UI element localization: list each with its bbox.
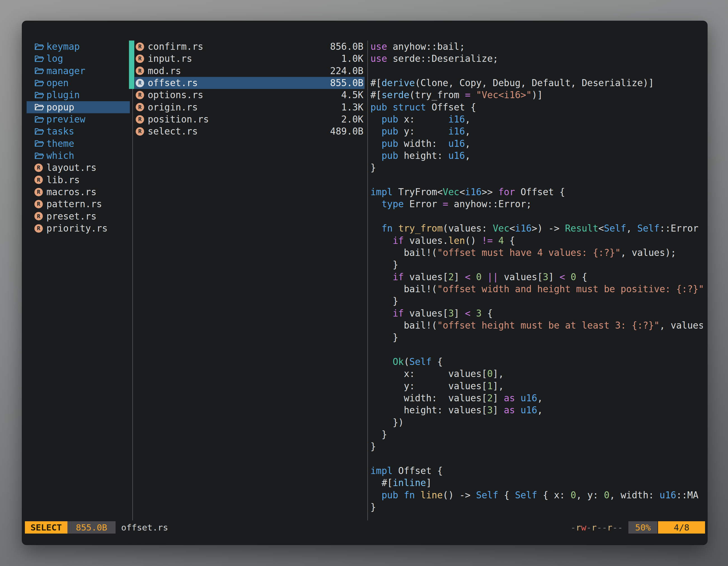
file-row-offset-rs[interactable]: Roffset.rs855.0B [129, 77, 367, 89]
file-row-position-rs[interactable]: Rposition.rs2.0K [129, 113, 367, 125]
file-name: select.rs [148, 125, 198, 137]
visual-selection-marker [129, 41, 134, 89]
code-line: if values.len() != 4 { [370, 235, 703, 247]
sidebar-item-macros-rs[interactable]: Rmacros.rs [27, 186, 132, 198]
sidebar-item-preview[interactable]: preview [27, 113, 132, 125]
status-bar-right: -rw-r--r-- 50% 4/8 [570, 521, 705, 534]
code-line: Ok(Self { [370, 356, 703, 368]
sidebar-item-label: tasks [46, 125, 74, 137]
code-line: use serde::Deserialize; [370, 53, 703, 65]
file-row-input-rs[interactable]: Rinput.rs1.0K [129, 53, 367, 65]
code-line: bail!("offset width and height must be p… [370, 283, 703, 295]
code-line: impl TryFrom<Vec<i16>> for Offset { [370, 186, 703, 198]
folder-open-icon [34, 151, 44, 161]
code-line: pub x: i16, [370, 113, 703, 125]
file-row-origin-rs[interactable]: Rorigin.rs1.3K [129, 101, 367, 113]
code-line: #[inline] [370, 477, 703, 489]
sidebar-item-theme[interactable]: theme [27, 138, 132, 150]
code-preview-pane: use anyhow::bail;use serde::Deserialize;… [370, 41, 703, 520]
sidebar-item-label: popup [46, 101, 74, 113]
sidebar-item-plugin[interactable]: plugin [27, 89, 132, 101]
sidebar-item-which[interactable]: which [27, 150, 132, 162]
sidebar-item-keymap[interactable]: keymap [27, 41, 132, 53]
code-line: } [370, 501, 703, 513]
folder-open-icon [34, 115, 44, 124]
sidebar-item-pattern-rs[interactable]: Rpattern.rs [27, 198, 132, 210]
file-name: confirm.rs [148, 41, 203, 53]
code-line: } [370, 162, 703, 174]
file-row-confirm-rs[interactable]: Rconfirm.rs856.0B [129, 41, 367, 53]
code-line: } [370, 440, 703, 452]
code-line: pub fn line() -> Self { Self { x: 0, y: … [370, 489, 703, 501]
code-line: bail!("offset must have 4 values: {:?}",… [370, 247, 703, 259]
parent-directory-pane: keymaplogmanageropenpluginpopuppreviewta… [27, 41, 132, 235]
sidebar-item-label: layout.rs [46, 162, 97, 174]
code-line [370, 65, 703, 77]
status-bar-left: SELECT 855.0B offset.rs [25, 521, 168, 534]
rust-file-icon: R [34, 164, 43, 172]
sidebar-item-label: which [46, 150, 74, 162]
file-size: 224.0B [330, 65, 363, 77]
sidebar-item-label: log [46, 53, 63, 65]
code-line: }) [370, 416, 703, 428]
rust-file-icon: R [136, 103, 144, 111]
sidebar-item-label: macros.rs [46, 186, 97, 198]
rust-file-icon: R [136, 115, 144, 124]
code-line: use anyhow::bail; [370, 41, 703, 53]
code-line: } [370, 259, 703, 271]
folder-open-icon [34, 90, 44, 100]
code-line: bail!("offset height must be at least 3:… [370, 319, 703, 331]
sidebar-item-log[interactable]: log [27, 53, 132, 65]
file-name: options.rs [148, 89, 203, 101]
file-row-select-rs[interactable]: Rselect.rs489.0B [129, 125, 367, 137]
file-size: 855.0B [330, 77, 363, 89]
rust-file-icon: R [136, 91, 144, 99]
file-size: 1.3K [341, 101, 363, 113]
code-line: fn try_from(values: Vec<i16>) -> Result<… [370, 222, 703, 234]
sidebar-item-label: open [46, 77, 69, 89]
yazi-terminal-window: keymaplogmanageropenpluginpopuppreviewta… [22, 21, 708, 545]
sidebar-item-preset-rs[interactable]: Rpreset.rs [27, 210, 132, 222]
sidebar-item-open[interactable]: open [27, 77, 132, 89]
sidebar-item-manager[interactable]: manager [27, 65, 132, 77]
current-directory-pane: Rconfirm.rs856.0BRinput.rs1.0KRmod.rs224… [129, 41, 367, 138]
file-row-options-rs[interactable]: Roptions.rs4.5K [129, 89, 367, 101]
sidebar-item-label: priority.rs [46, 222, 108, 234]
sidebar-item-tasks[interactable]: tasks [27, 125, 132, 137]
file-name: mod.rs [148, 65, 181, 77]
code-line: width: values[2] as u16, [370, 392, 703, 404]
rust-file-icon: R [136, 79, 144, 87]
file-row-mod-rs[interactable]: Rmod.rs224.0B [129, 65, 367, 77]
folder-open-icon [34, 54, 44, 64]
rust-file-icon: R [34, 188, 43, 196]
code-line: pub width: u16, [370, 138, 703, 150]
code-line: x: values[0], [370, 368, 703, 380]
file-name: position.rs [148, 113, 209, 125]
rust-file-icon: R [34, 224, 43, 233]
code-line: y: values[1], [370, 380, 703, 392]
code-line [370, 210, 703, 222]
sidebar-item-label: theme [46, 138, 74, 150]
code-line: } [370, 331, 703, 343]
folder-open-icon [34, 102, 44, 112]
file-size: 2.0K [341, 113, 363, 125]
sidebar-item-popup[interactable]: popup [27, 101, 130, 113]
code-line: #[serde(try_from = "Vec<i16>")] [370, 89, 703, 101]
code-line [370, 453, 703, 465]
rust-file-icon: R [136, 127, 144, 136]
rust-file-icon: R [136, 67, 144, 75]
code-line: height: values[3] as u16, [370, 404, 703, 416]
folder-open-icon [34, 127, 44, 136]
scroll-percent-badge: 50% [628, 521, 657, 534]
folder-open-icon [34, 42, 44, 51]
folder-open-icon [34, 66, 44, 76]
sidebar-item-label: manager [46, 65, 85, 77]
sidebar-item-priority-rs[interactable]: Rpriority.rs [27, 222, 132, 234]
file-permissions: -rw-r--r-- [570, 522, 623, 532]
sidebar-item-lib-rs[interactable]: Rlib.rs [27, 174, 132, 186]
file-name: origin.rs [148, 101, 198, 113]
folder-open-icon [34, 139, 44, 148]
code-line: type Error = anyhow::Error; [370, 198, 703, 210]
code-line [370, 344, 703, 356]
sidebar-item-layout-rs[interactable]: Rlayout.rs [27, 162, 132, 174]
